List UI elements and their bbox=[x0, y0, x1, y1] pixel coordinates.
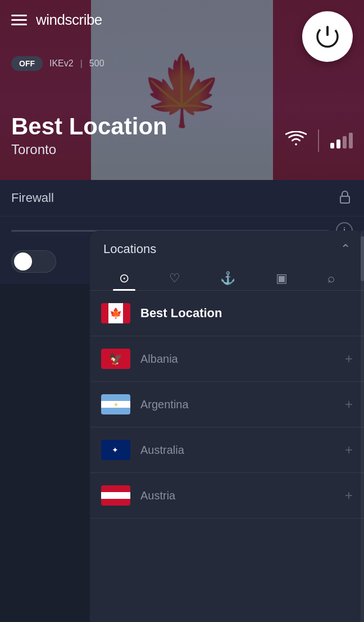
scrollbar[interactable] bbox=[361, 231, 364, 622]
location-name-best: Best Location bbox=[140, 306, 353, 321]
firewall-row: Firewall bbox=[0, 180, 364, 217]
location-list: 🍁 Best Location 🦅 Albania + ☀ Argen bbox=[90, 291, 364, 622]
location-name-austria: Austria bbox=[140, 489, 345, 502]
svg-rect-2 bbox=[340, 196, 349, 203]
toggle-knob bbox=[14, 253, 32, 271]
signal-divider bbox=[318, 129, 319, 152]
wifi-icon bbox=[285, 131, 307, 150]
protocol-label: IKEv2 bbox=[49, 58, 74, 69]
firewall-label: Firewall bbox=[11, 191, 54, 205]
location-city: Toronto bbox=[11, 142, 167, 157]
flag-canada: 🍁 bbox=[101, 303, 130, 323]
tab-search[interactable]: ⌕ bbox=[319, 267, 344, 290]
location-name-argentina: Argentina bbox=[140, 398, 345, 411]
connection-status: OFF bbox=[11, 56, 43, 71]
signal-area bbox=[285, 129, 353, 152]
expand-argentina-icon[interactable]: + bbox=[345, 396, 353, 412]
chevron-up-icon[interactable]: ⌃ bbox=[340, 242, 351, 256]
toggle-switch[interactable] bbox=[11, 250, 56, 273]
bandwidth-label: 500 bbox=[89, 58, 104, 69]
menu-button[interactable] bbox=[11, 15, 27, 25]
compass-icon: ⊙ bbox=[119, 271, 129, 286]
main-content: 🍁 windscribe OFF IKEv2 | bbox=[0, 0, 364, 622]
power-icon bbox=[313, 22, 342, 51]
tab-all-locations[interactable]: ⊙ bbox=[110, 267, 138, 290]
location-title: Best Location bbox=[11, 114, 167, 139]
scroll-thumb bbox=[361, 236, 364, 281]
tab-favorites[interactable]: ♡ bbox=[160, 267, 189, 290]
anchor-icon: ⚓ bbox=[220, 271, 235, 286]
expand-austria-icon[interactable]: + bbox=[345, 488, 353, 503]
status-bar: OFF IKEv2 | 500 bbox=[11, 56, 104, 71]
flag-australia: ✦ bbox=[101, 440, 130, 460]
location-info: Best Location Toronto bbox=[11, 114, 167, 157]
heart-icon: ♡ bbox=[169, 271, 180, 286]
expand-albania-icon[interactable]: + bbox=[345, 351, 353, 367]
list-item[interactable]: 🍁 Best Location bbox=[90, 291, 364, 336]
header-section: 🍁 windscribe OFF IKEv2 | bbox=[0, 0, 364, 180]
list-item[interactable]: Austria + bbox=[90, 473, 364, 519]
locations-header: Locations ⌃ bbox=[90, 231, 364, 262]
power-button[interactable] bbox=[302, 11, 353, 62]
terminal-icon: ▣ bbox=[276, 271, 288, 286]
flag-argentina: ☀ bbox=[101, 394, 130, 414]
tab-custom[interactable]: ▣ bbox=[267, 267, 297, 290]
signal-bars bbox=[330, 133, 353, 148]
location-name-albania: Albania bbox=[140, 353, 345, 366]
tab-static[interactable]: ⚓ bbox=[211, 267, 244, 290]
list-item[interactable]: 🦅 Albania + bbox=[90, 336, 364, 382]
tab-bar: ⊙ ♡ ⚓ ▣ ⌕ bbox=[90, 262, 364, 291]
expand-australia-icon[interactable]: + bbox=[345, 442, 353, 458]
list-item[interactable]: ☀ Argentina + bbox=[90, 382, 364, 427]
lock-icon[interactable] bbox=[337, 189, 353, 207]
status-divider: | bbox=[80, 58, 83, 69]
flag-austria bbox=[101, 485, 130, 506]
location-name-australia: Australia bbox=[140, 444, 345, 457]
locations-panel-title: Locations bbox=[103, 242, 156, 256]
locations-panel: Locations ⌃ ⊙ ♡ ⚓ ▣ ⌕ bbox=[90, 231, 364, 622]
app-logo: windscribe bbox=[36, 11, 102, 29]
list-item[interactable]: ✦ Australia + bbox=[90, 427, 364, 473]
search-icon: ⌕ bbox=[327, 271, 335, 286]
flag-albania: 🦅 bbox=[101, 349, 130, 369]
